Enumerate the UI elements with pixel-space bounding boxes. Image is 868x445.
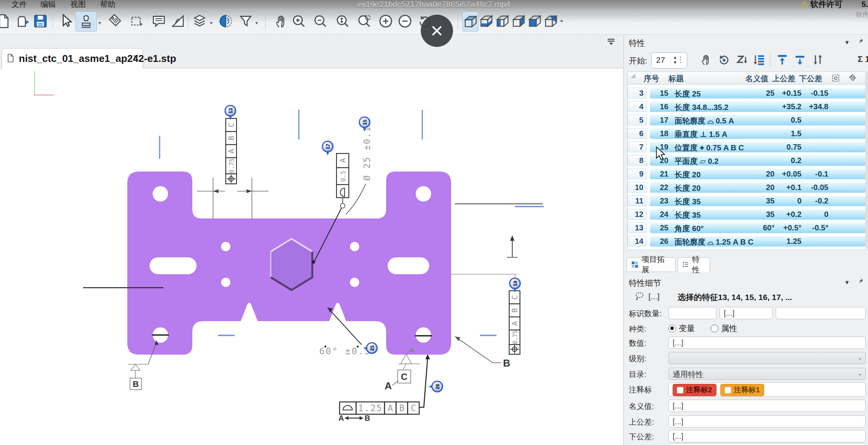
sort-list-icon[interactable] [751,52,768,67]
level-dropdown[interactable]: ⌄ [668,352,866,364]
view-cube-bottom-icon[interactable] [478,12,494,31]
view-cube-right-icon[interactable] [511,12,526,31]
table-row[interactable]: 517面轮廓度 ⌓ 0.5 A0.5 [628,115,865,125]
pan-hand-icon[interactable] [272,12,290,31]
layers-dropdown-arrow[interactable]: ▾ [210,20,213,26]
table-row[interactable]: 1325角度 60°60°+0.5°-0.5° [628,222,865,233]
zoom-extents-icon[interactable] [334,12,352,31]
fcf-position-13[interactable]: C B A 0.75 [226,118,237,184]
table-header[interactable]: 序号 标题 名义值 上公差 下公差 [628,72,865,85]
id-count-input-2[interactable]: [...] [720,307,773,319]
table-row[interactable]: 1224长度 3535+0.20 [628,209,865,220]
new-document-icon[interactable] [0,12,12,31]
radio-attribute[interactable]: 属性 [711,323,737,334]
view-cube-left-icon[interactable] [495,12,510,31]
table-scrollbar[interactable] [866,72,868,249]
swap-order-icon[interactable] [809,52,826,67]
start-spinner[interactable]: 27 ▲ ▼ ⋮ [651,52,687,68]
move-top-icon[interactable] [774,52,791,67]
video-close-button[interactable] [421,15,453,47]
upper-tol-input[interactable]: [...] [668,415,866,428]
col-nominal[interactable]: 名义值 [745,73,768,84]
note-tag-2[interactable]: 注释标2 [673,384,716,396]
comment-icon[interactable] [150,12,168,31]
collapse-all-icon[interactable] [396,12,414,31]
col-title[interactable]: 标题 [668,73,684,84]
nominal-input[interactable]: [...] [668,400,866,412]
menu-edit[interactable]: 编辑 [40,0,56,8]
row-band[interactable]: 19位置度 ⌖ 0.75 A B C0.75 [650,142,865,152]
table-row[interactable]: 618垂直度 ⊥ 1.5 A1.5 [628,128,865,139]
region-select-icon[interactable] [128,12,146,31]
tab-project-tree[interactable]: 项目拓展 [626,257,676,272]
menu-help[interactable]: 帮助 [100,0,115,8]
z-order-icon[interactable] [733,52,750,67]
row-band[interactable]: 24长度 3535+0.20 [650,209,865,220]
menu-view[interactable]: 视图 [70,0,86,8]
menu-file[interactable]: 文件 [12,0,27,8]
row-band[interactable]: 22长度 2020+0.1-0.05 [650,182,865,193]
row-band[interactable]: 26面轮廓度 ⌓ 1.25 A B C1.25 [650,236,865,247]
view-cube-iso-icon[interactable] [462,12,478,32]
details-caret-icon[interactable]: ▾ [845,278,849,287]
zoom-in-icon[interactable] [290,12,308,31]
details-pin-icon[interactable] [858,278,864,284]
catalog-dropdown[interactable]: 通用特性⌄ [668,368,866,380]
table-row[interactable]: 315长度 2525+0.15-0.15 [628,88,865,98]
id-count-input-1[interactable] [668,307,716,319]
table-row[interactable]: 1022长度 2020+0.1-0.05 [628,182,865,193]
pick-hand-icon[interactable] [698,52,715,67]
checkbox-icon[interactable] [725,387,731,393]
tab-properties[interactable]: 特性 [678,257,710,272]
refresh-icon[interactable] [715,52,732,67]
lasso-selection-icon[interactable] [635,291,645,301]
panel-caret-icon[interactable]: ▾ [845,38,849,47]
row-band[interactable]: 18垂直度 ⊥ 1.5 A1.5 [650,128,865,139]
row-band[interactable]: 17面轮廓度 ⌓ 0.5 A0.5 [650,115,865,125]
row-band[interactable]: 16长度 34.8...35.2+35.2+34.8 [650,101,865,112]
move-bottom-icon[interactable] [791,52,808,67]
table-row[interactable]: 1426面轮廓度 ⌓ 1.25 A B C1.25 [628,236,865,247]
table-row[interactable]: 921长度 2020+0.05-0.1 [628,168,865,179]
view-cube-back-icon[interactable] [543,12,558,31]
col-lower[interactable]: 下公差 [799,73,822,84]
stamp-dropdown-arrow[interactable]: ▾ [98,20,101,26]
table-row[interactable]: 416长度 34.8...35.2+35.2+34.8 [628,101,865,112]
note-tag-1[interactable]: 注释标1 [720,384,764,396]
open-file-icon[interactable] [15,12,32,31]
expand-all-icon[interactable] [377,12,395,31]
stamp-annotate-icon[interactable] [75,12,97,32]
select-features-icon[interactable] [831,74,840,82]
tag-icon[interactable] [106,12,124,31]
col-upper[interactable]: 上公差 [772,73,795,84]
row-band[interactable]: 15长度 2525+0.15-0.15 [650,88,865,98]
select-cursor-icon[interactable] [57,12,75,31]
col-seq[interactable]: 序号 [644,73,659,84]
table-corner-icon[interactable] [631,73,635,78]
measure-icon[interactable] [169,12,187,31]
row-band[interactable]: 20平面度 ▱ 0.20.2 [650,155,865,166]
lower-tol-input[interactable]: [...] [668,430,866,442]
next-field-partial[interactable] [668,443,866,445]
pin-icon[interactable] [858,38,864,44]
zoom-out-icon[interactable] [312,12,329,31]
filter-dropdown-arrow[interactable]: ▾ [255,20,258,26]
row-band[interactable]: 21长度 2020+0.05-0.1 [650,168,865,179]
row-band[interactable]: 25角度 60°60°+0.5°-0.5° [650,222,865,233]
zoom-window-icon[interactable] [355,12,373,31]
filter-icon[interactable] [237,12,255,31]
checkbox-icon[interactable] [677,387,683,393]
note-tags-field[interactable]: 注释标2 注释标1 [668,382,866,397]
tag-column-icon[interactable] [848,74,857,82]
layers-icon[interactable] [191,12,208,31]
table-row[interactable]: 1123长度 35350-0.2 [628,195,865,206]
radio-variable[interactable]: 变量 [668,323,695,334]
spin-menu-icon[interactable]: ⋮ [677,55,684,64]
document-tab[interactable]: nist_ctc_01_asme1_ap242-e1.stp × [2,48,143,68]
view-cube-front-icon[interactable] [527,12,542,31]
id-count-input-3[interactable] [776,307,866,319]
value-input[interactable]: [...] [668,337,866,349]
view-cube-more-arrow[interactable]: ◂ [560,18,563,23]
row-band[interactable]: 23长度 35350-0.2 [650,195,865,206]
save-icon[interactable] [32,12,49,31]
